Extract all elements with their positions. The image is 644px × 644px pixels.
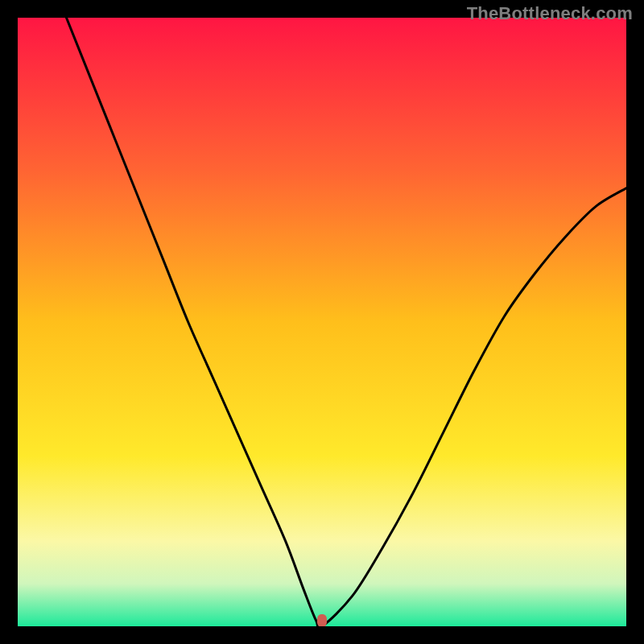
gradient-background [18,18,626,626]
watermark-text: TheBottleneck.com [467,3,633,24]
chart-frame: TheBottleneck.com [0,0,644,644]
plot-area [18,18,626,626]
min-marker [317,614,327,626]
chart-svg [18,18,626,626]
